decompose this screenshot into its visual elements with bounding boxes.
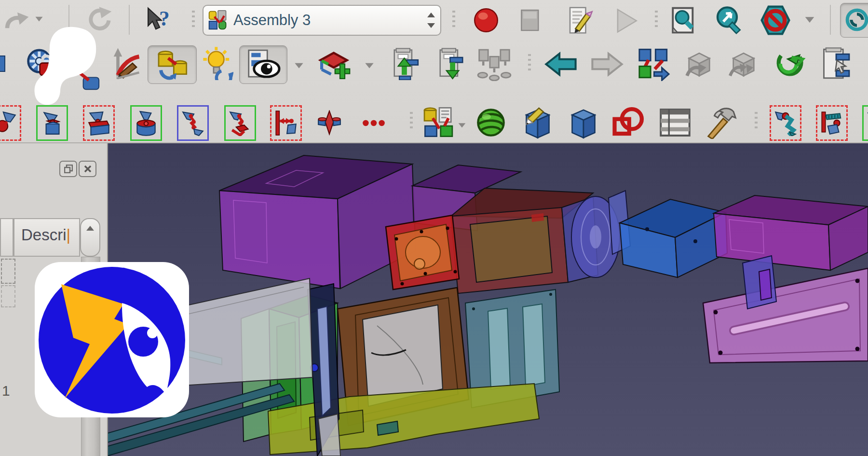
constraint-circular-edge-button[interactable] — [130, 105, 162, 141]
cone-on-cylinder-icon — [134, 110, 158, 136]
import-part-button[interactable] — [391, 47, 420, 80]
macro-stop-button[interactable] — [517, 7, 544, 34]
view-part-button[interactable] — [568, 106, 599, 139]
appearance-sphere-button[interactable] — [475, 107, 506, 138]
gray-right-arrow-icon — [590, 49, 624, 79]
solve-constraints-button[interactable] — [148, 45, 197, 84]
document-eye-icon — [245, 48, 281, 80]
zoom-fit-button[interactable] — [669, 6, 697, 35]
constraint-point-on-line-button[interactable] — [83, 105, 115, 141]
constraint-arm-button[interactable] — [770, 105, 801, 141]
undo-move-button[interactable] — [544, 49, 578, 79]
simple-copy-button[interactable] — [684, 48, 715, 80]
chevron-down-icon — [802, 13, 817, 26]
toolbar-grip[interactable] — [528, 54, 531, 73]
active-view-toggle-button[interactable] — [840, 3, 868, 38]
teal-sync-view-icon — [843, 6, 868, 33]
constraint-clipped-button[interactable] — [0, 105, 21, 141]
toolbar-separator — [129, 5, 130, 35]
redo-button[interactable] — [4, 7, 31, 34]
toolbar-area: ? Assembly 3 — [0, 0, 868, 143]
whats-this-button[interactable]: ? — [144, 5, 175, 36]
assembly-model — [107, 142, 868, 456]
stop-square-icon — [517, 7, 544, 34]
scrollbar-up-button[interactable] — [80, 218, 100, 257]
clipping-plane-button[interactable] — [759, 4, 792, 37]
edge-sliver-icon — [0, 50, 6, 77]
macro-play-button[interactable] — [611, 6, 641, 36]
panel-float-button[interactable] — [59, 161, 77, 177]
hammer-tool-button[interactable] — [705, 106, 739, 139]
gray-cube-double-arrow-icon — [728, 48, 759, 80]
spinner-arrows-icon — [426, 11, 436, 30]
record-circle-icon — [472, 6, 501, 35]
solve-cylinders-icon — [154, 48, 190, 80]
toolbar-grip[interactable] — [192, 11, 195, 30]
white-blob-overlay — [34, 23, 99, 106]
toolbar-grip[interactable] — [755, 112, 758, 131]
constraint-axial-lock-button[interactable] — [224, 105, 256, 141]
constraint-axial-button[interactable] — [177, 105, 209, 141]
panel-close-button[interactable] — [79, 161, 96, 177]
tree-selection-cell[interactable] — [1, 259, 15, 284]
hierarchy-button[interactable] — [476, 47, 512, 81]
chevron-down-icon — [292, 59, 306, 71]
document-down-arrow-icon — [436, 47, 466, 80]
gray-cube-arrow-icon — [684, 48, 715, 80]
toolbar-grip[interactable] — [655, 11, 658, 30]
toolbar-grip[interactable] — [410, 112, 413, 131]
hammer-icon — [705, 106, 739, 139]
constraint-point-on-point-button[interactable] — [36, 105, 68, 141]
toolbar-separator — [830, 5, 831, 35]
constraint-symmetric-button[interactable] — [313, 105, 345, 141]
tree-column-header-empty[interactable] — [0, 218, 14, 257]
constraint-sphere-icon — [0, 110, 17, 136]
array-copy-button[interactable] — [728, 48, 759, 80]
shape-binder-button[interactable] — [611, 107, 644, 139]
move-part-button[interactable] — [637, 47, 670, 81]
close-icon — [84, 165, 92, 173]
edit-part-button[interactable] — [522, 106, 554, 139]
3d-viewport[interactable] — [107, 142, 868, 456]
macro-edit-button[interactable] — [565, 6, 594, 35]
arrow-up-icon — [85, 225, 95, 232]
toolbar-grip[interactable] — [452, 11, 455, 30]
more-constraints-button[interactable] — [358, 105, 390, 141]
sketch-axis-button[interactable] — [110, 47, 142, 79]
tree-cell[interactable] — [1, 285, 15, 307]
edit-imported-part-button[interactable] — [820, 47, 853, 80]
cone-zigzag-lock-icon — [228, 110, 252, 136]
zoom-in-button[interactable] — [714, 5, 745, 36]
macro-record-button[interactable] — [472, 6, 501, 35]
teal-left-arrow-icon — [544, 49, 578, 79]
toggle-transparency-button[interactable] — [239, 45, 287, 84]
clipping-dropdown[interactable] — [802, 13, 817, 26]
zoom-magnifier-arrow-icon — [714, 5, 745, 36]
hierarchy-tree-icon — [476, 47, 512, 81]
update-part-button[interactable] — [436, 47, 466, 80]
workplane-dropdown[interactable] — [363, 59, 376, 71]
redo-move-button[interactable] — [590, 49, 624, 79]
blob-shape — [34, 23, 99, 106]
document-up-arrow-icon — [391, 47, 420, 80]
update-import-button[interactable] — [774, 47, 806, 80]
parts-group-button[interactable] — [422, 106, 456, 138]
constraint-distance-button[interactable] — [270, 105, 302, 141]
visibility-dropdown[interactable] — [292, 59, 306, 71]
add-workplane-button[interactable] — [316, 47, 351, 81]
constraint-ruler-button[interactable] — [816, 105, 848, 141]
workbench-selector[interactable]: Assembly 3 — [203, 5, 441, 36]
parts-group-dropdown[interactable] — [456, 120, 468, 130]
auto-solve-button[interactable] — [202, 46, 233, 80]
spreadsheet-button[interactable] — [659, 107, 692, 138]
tree-column-header-description[interactable]: Descri| — [14, 218, 80, 257]
edit-macro-icon — [565, 6, 594, 35]
clipped-edge-icon[interactable] — [0, 50, 6, 77]
dimension-arrows-icon — [274, 110, 298, 136]
whats-this-cursor-icon: ? — [144, 5, 175, 36]
workbench-selector-value: Assembly 3 — [233, 12, 421, 29]
logo-overlay-card — [35, 262, 189, 417]
constraint-clipped-right-button[interactable] — [862, 105, 868, 141]
red-plane-plus-icon — [316, 47, 351, 81]
tree-item-label[interactable]: 1 — [2, 383, 10, 399]
